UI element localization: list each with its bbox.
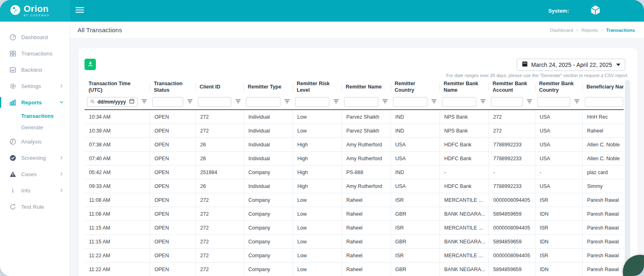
- table-row[interactable]: 11:08 AMOPEN272CompanyLowRaheelISRMERCAN…: [84, 193, 624, 207]
- sidebar-item-dashboard[interactable]: Dashboard: [0, 29, 70, 45]
- cell-remitter-name: Parvez Shaikh: [342, 110, 391, 124]
- menu-toggle-button[interactable]: [76, 7, 84, 15]
- filter-cell-remitter-name: [342, 95, 391, 110]
- filter-input-remitter-bank-country[interactable]: [540, 99, 567, 105]
- column-header-beneficiary-name: Beneficiary Name: [582, 80, 624, 95]
- breadcrumb-item-transactions[interactable]: Transactions: [606, 28, 635, 33]
- cell-remitter-risk-level: Low: [293, 207, 342, 221]
- filter-input-client-id[interactable]: [201, 99, 229, 105]
- table-row[interactable]: 09:33 AMOPEN26IndividualHighAmy Rutherfo…: [84, 179, 624, 193]
- sidebar-item-label: Screening: [21, 155, 46, 161]
- table-row[interactable]: 11:15 AMOPEN272CompanyLowRaheelISRMERCAN…: [84, 221, 624, 235]
- download-csv-button[interactable]: [84, 59, 96, 70]
- filter-input-beneficiary-name[interactable]: [588, 99, 620, 105]
- column-header-remitter-name: Remitter Name: [342, 80, 391, 95]
- filter-input-remitter-risk-level[interactable]: [298, 99, 326, 105]
- cell-remitter-bank-country: ISR: [535, 221, 582, 235]
- cell-remitter-bank-name: HDFC Bank: [440, 138, 489, 152]
- table-row[interactable]: 11:08 AMOPEN272CompanyLowRaheelGBRBANK N…: [84, 207, 624, 221]
- filter-button-remitter-bank-name[interactable]: [480, 99, 486, 105]
- cell-client-id: 272: [195, 249, 244, 263]
- cell-transaction-status: OPEN: [150, 207, 195, 221]
- cell-transaction-time-utc: 11:15 AM: [84, 221, 150, 235]
- filter-field-remitter-risk-level: [295, 97, 329, 107]
- table-row[interactable]: 11:22 AMOPEN272CompanyLowRaheelGBRBANK N…: [84, 263, 624, 276]
- cell-remitter-name: Raheel: [342, 235, 391, 249]
- breadcrumb-item-dashboard[interactable]: Dashboard: [550, 28, 573, 33]
- cell-remitter-bank-name: BANK NEGARA...: [440, 235, 489, 249]
- sidebar-subitem-transactions[interactable]: Transactions: [0, 110, 70, 122]
- sidebar-item-backtest[interactable]: Backtest: [0, 62, 70, 78]
- cell-remitter-bank-country: IDN: [535, 235, 582, 249]
- sidebar-item-test-rule[interactable]: Test Rule: [0, 199, 70, 215]
- table-row[interactable]: 11:22 AMOPEN272CompanyLowRaheelISRMERCAN…: [84, 249, 624, 263]
- filter-button-client-id[interactable]: [235, 99, 241, 105]
- sidebar-item-analysis[interactable]: Analysis: [0, 133, 70, 150]
- sidebar-item-settings[interactable]: Settings: [0, 78, 70, 94]
- table-row[interactable]: 07:38 AMOPEN26IndividualHighAmy Rutherfo…: [84, 138, 624, 152]
- filter-input-transaction-status[interactable]: [155, 99, 180, 105]
- filter-input-remitter-bank-account[interactable]: [494, 99, 520, 105]
- cell-remitter-bank-name: MERCANTILE ...: [440, 221, 489, 235]
- sidebar-item-screening[interactable]: Screening: [0, 150, 70, 166]
- cell-remitter-type: Company: [244, 166, 293, 179]
- date-range-picker[interactable]: March 24, 2025 - April 22, 2025: [517, 59, 625, 71]
- chevron-right-icon: [59, 188, 64, 193]
- cell-remitter-bank-name: HDFC Bank: [440, 179, 489, 193]
- cell-remitter-bank-country: ISR: [535, 249, 582, 263]
- cell-beneficiary-name: Paresh Rawal: [582, 221, 624, 235]
- topbar: Orion by CODEMAX System:: [0, 0, 644, 22]
- filter-button-remitter-bank-country[interactable]: [574, 99, 580, 105]
- orion-logo[interactable]: Orion by CODEMAX: [0, 0, 70, 22]
- cell-remitter-bank-country: -: [535, 166, 582, 179]
- sidebar-subitem-generate[interactable]: Generate: [0, 122, 70, 133]
- cell-beneficiary-name: HnH Rec: [582, 110, 624, 124]
- table-scrollbar[interactable]: [625, 80, 630, 276]
- sidebar-item-info[interactable]: Info: [0, 182, 70, 199]
- table-row[interactable]: 10:39 AMOPEN272IndividualLowParvez Shaik…: [84, 124, 624, 138]
- cell-remitter-bank-name: MERCANTILE ...: [440, 193, 489, 207]
- gauge-icon: [9, 34, 16, 41]
- date-filter-input[interactable]: [97, 99, 127, 105]
- filter-button-transaction-status[interactable]: [187, 99, 193, 105]
- cell-remitter-type: Company: [244, 263, 293, 276]
- cell-remitter-name: Amy Rutherford: [342, 138, 391, 152]
- table-row[interactable]: 10:34 AMOPEN272IndividualLowParvez Shaik…: [84, 110, 624, 124]
- cell-remitter-type: Company: [244, 207, 293, 221]
- table-row[interactable]: 07:40 AMOPEN26IndividualHighAmy Rutherfo…: [84, 152, 624, 166]
- filter-input-remitter-type[interactable]: [249, 99, 278, 105]
- cell-transaction-status: OPEN: [150, 263, 195, 276]
- table-row[interactable]: 11:15 AMOPEN272CompanyLowRaheelGBRBANK N…: [84, 235, 624, 249]
- column-header-remitter-bank-country: Remitter Bank Country: [535, 80, 582, 95]
- cell-remitter-bank-country: USA: [535, 124, 582, 138]
- filter-button-remitter-type[interactable]: [284, 99, 290, 105]
- filter-button-remitter-bank-account[interactable]: [526, 99, 533, 105]
- sidebar-item-transactions[interactable]: Transactions: [0, 45, 70, 62]
- breadcrumb-item-reports[interactable]: Reports: [581, 28, 597, 33]
- sidebar: DashboardTransactionsBacktestSettingsRep…: [0, 22, 70, 276]
- cell-remitter-country: GBR: [391, 235, 440, 249]
- cell-beneficiary-name: plaz card: [582, 166, 624, 179]
- cell-transaction-time-utc: 05:42 AM: [84, 166, 150, 179]
- cell-transaction-status: OPEN: [150, 179, 195, 193]
- sidebar-item-reports[interactable]: Reports: [0, 94, 70, 110]
- calendar-outline-icon[interactable]: [129, 98, 135, 106]
- table-row[interactable]: 05:42 AMOPEN251984CompanyHighPS-888IND--…: [84, 166, 624, 179]
- cell-remitter-country: USA: [391, 179, 440, 193]
- card-toolbar: March 24, 2025 - April 22, 2025 For date…: [78, 48, 637, 78]
- filter-input-remitter-bank-name[interactable]: [445, 99, 473, 105]
- filter-input-remitter-country[interactable]: [396, 99, 424, 105]
- filter-button-remitter-risk-level[interactable]: [333, 99, 339, 105]
- system-selector[interactable]: [589, 4, 602, 18]
- filter-input-remitter-name[interactable]: [347, 99, 375, 105]
- cell-remitter-name: Parvez Shaikh: [342, 124, 391, 138]
- cell-remitter-bank-account: 5894859659: [489, 207, 535, 221]
- filter-button-remitter-name[interactable]: [382, 99, 388, 105]
- info-icon: [9, 188, 16, 194]
- filter-button-transaction-time-utc[interactable]: [141, 99, 147, 105]
- topbar-right: System:: [548, 4, 644, 18]
- sidebar-item-cases[interactable]: Cases: [0, 166, 70, 182]
- cell-remitter-name: Raheel: [342, 249, 391, 263]
- filter-button-remitter-country[interactable]: [431, 99, 437, 105]
- cell-transaction-time-utc: 10:34 AM: [84, 110, 150, 124]
